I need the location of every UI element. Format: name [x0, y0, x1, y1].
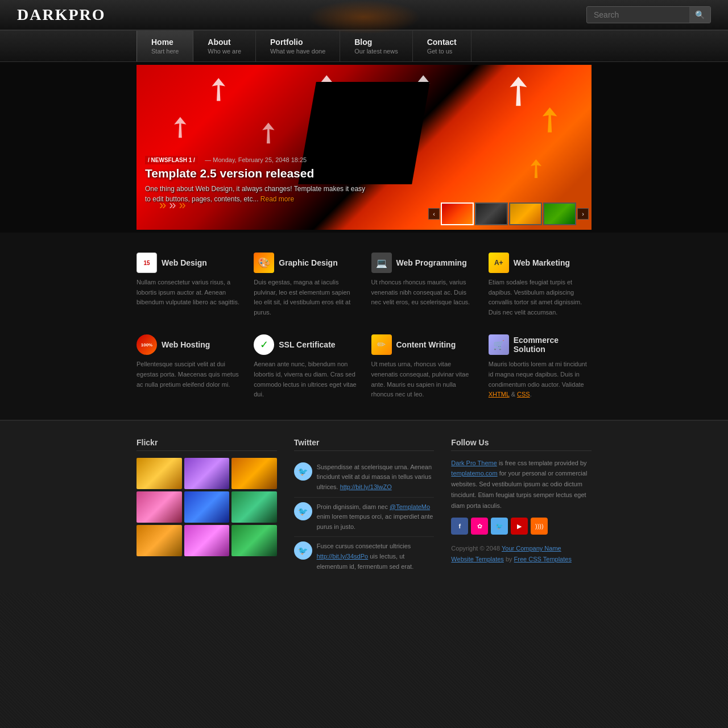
ssl-icon: ✓ — [254, 334, 274, 355]
flickr-img-5[interactable] — [184, 491, 230, 523]
nav-about-label: About — [208, 38, 241, 47]
social-icons: f ✿ 🐦 ▶ )))) — [451, 518, 592, 535]
tweet-1-text: Suspendisse at scelerisque urna. Aenean … — [317, 462, 435, 493]
slider-next[interactable]: › — [577, 208, 589, 220]
logo-light: DARK — [17, 6, 68, 23]
web-marketing-desc: Etiam sodales feugiat turpis et dapibus.… — [489, 278, 592, 317]
footer-flickr: Flickr — [136, 438, 277, 576]
follow-description: Dark Pro Theme is free css template prov… — [451, 458, 592, 511]
flickr-img-2[interactable] — [184, 458, 230, 489]
service-content-writing: ✏ Content Writing Ut metus urna, rhoncus… — [371, 334, 474, 399]
slider-thumbnails: ‹ › — [428, 202, 589, 225]
website-templates-link[interactable]: Website Templates — [451, 556, 504, 562]
flickr-img-3[interactable] — [231, 458, 277, 489]
footer-twitter: Twitter 🐦 Suspendisse at scelerisque urn… — [294, 438, 435, 576]
arrow-decoration-orange2: ➚ — [517, 150, 553, 186]
newsflash-badge: / NEWSFLASH 1 / — [145, 156, 198, 164]
slider-prev[interactable]: ‹ — [428, 208, 440, 220]
xhtml-link[interactable]: XHTML — [489, 391, 510, 398]
tweet-3-text: Fusce cursus consectetur ultricies http:… — [317, 541, 435, 572]
service-graphic-design: 🎨 Graphic Design Duis egestas, magna at … — [254, 253, 357, 317]
dark-pro-link[interactable]: Dark Pro Theme — [451, 460, 497, 466]
slider-thumb-1[interactable] — [441, 202, 474, 225]
ssl-desc: Aenean ante nunc, bibendum non lobortis … — [254, 359, 357, 399]
site-logo: DARKPRO — [17, 6, 106, 24]
web-programming-icon: 💻 — [371, 253, 392, 273]
flickr-img-6[interactable] — [231, 491, 277, 523]
tweet-2-text: Proin dignissim, diam nec @TemplateMo en… — [317, 502, 435, 532]
slider-content: / NEWSFLASH 1 / — Monday, February 25, 2… — [145, 154, 373, 204]
read-more-link[interactable]: Read more — [260, 195, 294, 203]
hero-slider: ➚ ➚ ➚ ➚ ➚ ➚ ➚ ➚ » » » / NEWSF — [136, 65, 592, 230]
twitter-title: Twitter — [294, 438, 435, 451]
search-button[interactable]: 🔍 — [689, 7, 710, 23]
slider-title: Template 2.5 version released — [145, 167, 373, 180]
flickr-img-7[interactable] — [136, 525, 182, 556]
nav-contact-label: Contact — [427, 38, 457, 47]
rss-icon[interactable]: )))) — [531, 518, 548, 535]
footer: Flickr Twitter 🐦 Suspe — [0, 420, 728, 593]
arrow-decoration-5: ➚ — [160, 107, 200, 147]
web-design-icon: 15 — [136, 253, 157, 273]
web-hosting-icon: 100% — [136, 334, 157, 355]
nav-blog[interactable]: Blog Our latest news — [340, 31, 412, 61]
nav-about[interactable]: About Who we are — [193, 31, 256, 61]
nav-home-label: Home — [151, 38, 179, 47]
web-hosting-desc: Pellentesque suscipit velit at dui egest… — [136, 359, 239, 390]
slider-thumb-4[interactable] — [543, 202, 576, 225]
css-link[interactable]: CSS — [517, 391, 530, 398]
main-nav: Home Start here About Who we are Portfol… — [0, 31, 728, 61]
nav-portfolio-label: Portfolio — [270, 38, 325, 47]
service-ssl: ✓ SSL Certificate Aenean ante nunc, bibe… — [254, 334, 357, 399]
tweet-1: 🐦 Suspendisse at scelerisque urna. Aenea… — [294, 458, 435, 498]
flickr-img-4[interactable] — [136, 491, 182, 523]
web-marketing-icon: A+ — [489, 253, 509, 273]
youtube-icon[interactable]: ▶ — [511, 518, 528, 535]
flickr-icon[interactable]: ✿ — [471, 518, 488, 535]
footer-copyright: Copyright © 2048 Your Company Name Websi… — [451, 543, 592, 564]
slider-description: One thing about Web Design, it always ch… — [145, 184, 373, 204]
content-writing-icon: ✏ — [371, 334, 392, 355]
web-design-title: Web Design — [162, 258, 207, 267]
tweet-3-link[interactable]: http://bit.ly/34sdPo — [317, 553, 369, 560]
slider-thumb-2[interactable] — [475, 202, 508, 225]
follow-title: Follow Us — [451, 438, 592, 451]
nav-blog-label: Blog — [354, 38, 398, 47]
ecommerce-icon: 🛒 — [489, 334, 509, 355]
facebook-icon[interactable]: f — [451, 518, 468, 535]
ecommerce-desc: Mauris lobortis lorem at mi tincidunt id… — [489, 359, 592, 399]
content-writing-title: Content Writing — [396, 340, 456, 349]
nav-home[interactable]: Home Start here — [136, 31, 193, 61]
service-web-marketing: A+ Web Marketing Etiam sodales feugiat t… — [489, 253, 592, 317]
twitter-bird-2: 🐦 — [294, 502, 312, 520]
web-programming-desc: Ut rhoncus rhoncus mauris, varius venena… — [371, 278, 474, 308]
flickr-img-8[interactable] — [184, 525, 230, 556]
service-web-hosting: 100% Web Hosting Pellentesque suscipit v… — [136, 334, 239, 399]
ecommerce-title: Ecommerce Solution — [514, 336, 592, 354]
footer-follow: Follow Us Dark Pro Theme is free css tem… — [451, 438, 592, 576]
nav-contact[interactable]: Contact Get to us — [413, 31, 471, 61]
graphic-design-icon: 🎨 — [254, 253, 274, 273]
tweet-2: 🐦 Proin dignissim, diam nec @TemplateMo … — [294, 498, 435, 537]
templatemo-link[interactable]: templatemo.com — [451, 470, 497, 477]
flickr-img-1[interactable] — [136, 458, 182, 489]
twitter-bird-1: 🐦 — [294, 462, 312, 481]
twitter-icon[interactable]: 🐦 — [491, 518, 508, 535]
nav-about-sub: Who we are — [208, 48, 241, 55]
arrow-decoration-6: ➚ — [248, 113, 288, 153]
nav-portfolio[interactable]: Portfolio What we have done — [256, 31, 340, 61]
search-input[interactable] — [587, 7, 689, 23]
nav-home-sub: Start here — [151, 48, 179, 55]
free-css-link[interactable]: Free CSS Templates — [514, 556, 572, 562]
flickr-img-9[interactable] — [231, 525, 277, 556]
logo-bold: PRO — [68, 6, 105, 23]
search-box: 🔍 — [586, 6, 711, 23]
tweet-2-handle[interactable]: @TemplateMo — [390, 503, 430, 510]
graphic-design-title: Graphic Design — [279, 258, 337, 267]
slider-thumb-3[interactable] — [509, 202, 542, 225]
ssl-title: SSL Certificate — [279, 340, 335, 349]
nav-portfolio-sub: What we have done — [270, 48, 325, 55]
tweet-1-link[interactable]: http://bit.ly/13lwZO — [340, 483, 392, 490]
company-name-link[interactable]: Your Company Name — [502, 545, 561, 552]
nav-contact-sub: Get to us — [427, 48, 457, 55]
